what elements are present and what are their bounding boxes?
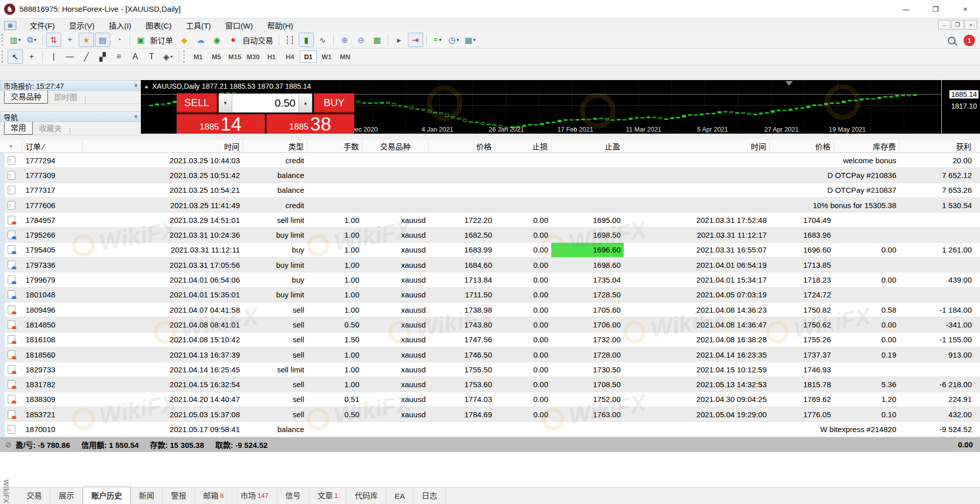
tab-symbols[interactable]: 交易品种 <box>4 89 48 104</box>
menu-item-3[interactable]: 图表(C) <box>138 19 179 32</box>
candlestick-chart-icon[interactable]: ▮ <box>299 33 314 47</box>
bottom-tab-4[interactable]: 新闻 <box>131 487 163 504</box>
templates-icon[interactable]: ▩▾ <box>462 33 478 47</box>
zoom-in-icon[interactable]: ⊕ <box>337 33 352 47</box>
volume-down-icon[interactable]: ▼ <box>219 94 232 112</box>
metaeditor-icon[interactable]: ◆ <box>177 33 192 47</box>
column-header-7[interactable]: 止损 <box>495 140 551 153</box>
table-row[interactable]: 18148502021.04.08 08:41:01sell0.50xauusd… <box>0 317 980 332</box>
timeframe-w1[interactable]: W1 <box>318 51 335 63</box>
new-order-icon[interactable]: ▣ <box>133 33 149 47</box>
table-row[interactable]: 17996792021.04.01 06:54:06buy1.00xauusd1… <box>0 272 980 287</box>
trendline-icon[interactable]: ╱ <box>79 49 94 64</box>
fibonacci-icon[interactable]: ≡ <box>111 49 127 64</box>
chart-plot-area[interactable]: 9 Dec 20204 Jan 202126 Jan 202117 Feb 20… <box>141 80 942 134</box>
table-row[interactable]: 18537212021.05.03 15:37:08sell0.50xauusd… <box>0 407 980 422</box>
line-chart-icon[interactable]: ∿ <box>315 33 330 47</box>
market-watch-close-icon[interactable]: × <box>134 82 138 89</box>
table-row[interactable]: 18161082021.04.08 15:10:42sell1.50xauusd… <box>0 333 980 347</box>
search-icon[interactable] <box>944 33 959 47</box>
table-row[interactable]: ↓18700102021.05.17 09:58:41balanceW bite… <box>0 422 980 437</box>
volume-input[interactable] <box>232 94 299 112</box>
table-row[interactable]: 17954052021.03.31 11:12:11buy1.00xauusd1… <box>0 243 980 258</box>
menu-item-1[interactable]: 显示(V) <box>62 19 102 32</box>
bottom-tab-1[interactable]: 交易 <box>18 487 51 504</box>
column-header-8[interactable]: 止盈 <box>551 140 624 153</box>
table-row[interactable]: 18317822021.04.15 16:32:54sell1.00xauusd… <box>0 377 980 392</box>
column-header-10[interactable]: 价格 <box>770 140 834 153</box>
channel-icon[interactable]: ▞ <box>95 49 110 64</box>
navigator-close-icon[interactable]: × <box>134 113 138 120</box>
bottom-tab-6[interactable]: 邮箱8 <box>195 487 232 504</box>
periods-icon[interactable]: ◷▾ <box>446 33 461 47</box>
maximize-button[interactable]: ❐ <box>921 0 950 18</box>
sell-button[interactable]: SELL <box>177 93 217 113</box>
chart-shift-icon[interactable]: ⇥ <box>408 33 423 47</box>
crosshair-icon[interactable]: + <box>24 49 39 64</box>
menu-item-6[interactable]: 帮助(H) <box>260 19 300 32</box>
menu-item-4[interactable]: 工具(T) <box>179 19 218 32</box>
new-order-label[interactable]: 新订单 <box>150 35 173 45</box>
bottom-tab-10[interactable]: 代码库 <box>347 487 386 504</box>
child-close-button[interactable]: × <box>965 20 977 30</box>
bar-chart-icon[interactable]: ┆┆ <box>282 33 298 47</box>
data-window-icon[interactable]: + <box>62 33 78 47</box>
close-button[interactable]: × <box>950 0 980 18</box>
indicators-icon[interactable]: ≈▾ <box>430 33 445 47</box>
tab-tick-chart[interactable]: 即时图 <box>48 90 83 104</box>
column-header-3[interactable]: 类型 <box>243 140 307 153</box>
column-header-1[interactable]: 订单 ∕ <box>22 140 83 153</box>
text-label-icon[interactable]: T <box>144 49 159 64</box>
table-row[interactable]: ↑17773172021.03.25 10:54:21balanceD OTCP… <box>0 183 980 198</box>
market-watch-toggle-icon[interactable]: ⇅ <box>46 33 61 47</box>
child-minimize-button[interactable]: – <box>938 20 950 30</box>
buy-button[interactable]: BUY <box>314 93 354 113</box>
text-icon[interactable]: A <box>128 49 143 64</box>
menu-item-5[interactable]: 窗口(W) <box>218 19 260 32</box>
table-row[interactable]: 18010482021.04.01 15:35:01buy limit1.00x… <box>0 288 980 303</box>
tab-favorites[interactable]: 收藏夹 <box>33 121 68 135</box>
navigator-toggle-icon[interactable]: ★ <box>79 33 94 47</box>
tab-common[interactable]: 常用 <box>4 120 33 135</box>
bottom-tab-12[interactable]: 日志 <box>413 487 446 504</box>
timeframe-m30[interactable]: M30 <box>244 51 262 63</box>
timeframe-m1[interactable]: M1 <box>189 51 207 63</box>
table-row[interactable]: 17973362021.03.31 17:05:56buy limit1.00x… <box>0 258 980 272</box>
auto-scroll-icon[interactable]: ▸ <box>391 33 407 47</box>
signal-icon[interactable]: ◉ <box>209 33 225 47</box>
table-row[interactable]: ↑17773092021.03.25 10:51:42balanceD OTCP… <box>0 168 980 183</box>
new-chart-icon[interactable]: ▥▾ <box>8 33 23 47</box>
vertical-line-icon[interactable]: | <box>46 49 61 64</box>
tile-windows-icon[interactable]: ▦ <box>370 33 385 47</box>
strategy-tester-icon[interactable]: ◔ <box>111 33 127 47</box>
bottom-tab-8[interactable]: 信号 <box>277 487 309 504</box>
cursor-icon[interactable]: ↖ <box>8 49 23 64</box>
column-header-2[interactable]: 时间 <box>83 140 243 153</box>
table-row[interactable]: ↑17772942021.03.25 10:44:03creditwelcome… <box>0 153 980 168</box>
autotrading-icon[interactable]: ● <box>226 33 241 47</box>
timeframe-mn[interactable]: MN <box>336 51 354 63</box>
chart-window[interactable]: 9 Dec 20204 Jan 202126 Jan 202117 Feb 20… <box>141 80 980 134</box>
bottom-tab-5[interactable]: 警报 <box>163 487 195 504</box>
bottom-tab-7[interactable]: 市场147 <box>232 487 277 504</box>
table-row[interactable]: 18185602021.04.13 16:37:39sell1.00xauusd… <box>0 347 980 362</box>
volume-up-icon[interactable]: ▲ <box>299 94 312 112</box>
timeframe-m5[interactable]: M5 <box>208 51 225 63</box>
bottom-tab-2[interactable]: 展示 <box>51 487 83 504</box>
table-row[interactable]: ↑17776062021.03.25 11:41:49credit10% bon… <box>0 198 980 213</box>
cloud-icon[interactable]: ☁ <box>193 33 208 47</box>
timeframe-m15[interactable]: M15 <box>226 51 243 63</box>
column-header-5[interactable]: 交易品种 <box>362 140 429 153</box>
ask-price-panel[interactable]: 1885 38 <box>266 114 355 134</box>
bottom-tab-3[interactable]: 账户历史 <box>83 487 131 504</box>
timeframe-h1[interactable]: H1 <box>263 51 280 63</box>
bid-price-panel[interactable]: 1885 14 <box>177 114 265 134</box>
profiles-icon[interactable]: ⧉▾ <box>24 33 39 47</box>
table-row[interactable]: 17952662021.03.31 10:24:36buy limit1.00x… <box>0 228 980 242</box>
column-header-11[interactable]: 库存费 <box>834 140 899 153</box>
column-header-6[interactable]: 价格 <box>429 140 495 153</box>
price-scale[interactable]: 1885.14 1817.10 <box>942 80 980 134</box>
horizontal-line-icon[interactable]: ― <box>62 49 78 64</box>
column-header-4[interactable]: 手数 <box>307 140 362 153</box>
minimize-button[interactable]: — <box>891 0 921 18</box>
